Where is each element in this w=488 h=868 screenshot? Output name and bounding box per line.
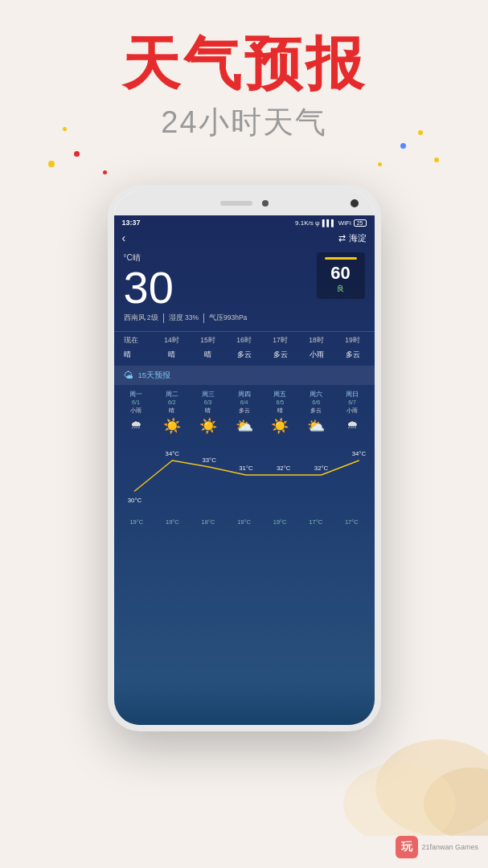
main-title: 天气预报 [0, 32, 488, 96]
svg-text:30°C: 30°C [127, 497, 141, 504]
status-icons: 9.1K/s ψ ▌▌▌ WiFi 25 [295, 219, 366, 227]
day-cond-2: 晴 [191, 407, 225, 415]
app-screen: 13:37 9.1K/s ψ ▌▌▌ WiFi 25 ‹ ⇄ 海淀 °C晴 30… [114, 215, 375, 725]
forecast-day-5: 周六 6/6 多云 ⛅ [299, 390, 334, 436]
day-cond-0: 小雨 [119, 407, 154, 415]
cond-6: 多云 [341, 350, 365, 360]
forecast-day-6: 周日 6/7 小雨 🌧 [335, 390, 370, 436]
low-6: 17°C [334, 518, 370, 526]
day-date-2: 6/3 [191, 399, 225, 405]
hour-3: 16时 [232, 336, 256, 346]
day-cond-6: 小雨 [335, 407, 370, 415]
back-button[interactable]: ‹ [122, 231, 126, 244]
forecast-day-4: 周五 6/5 晴 ☀️ [263, 390, 297, 436]
day-icon-4: ☀️ [263, 417, 297, 435]
data-speed: 9.1K/s ψ [295, 219, 320, 227]
day-date-5: 6/6 [299, 399, 334, 405]
decor-dot [48, 161, 55, 167]
decor-dot [400, 143, 406, 149]
day-icon-6: 🌧 [335, 418, 370, 431]
day-name-3: 周四 [227, 390, 261, 399]
low-5: 17°C [297, 518, 334, 526]
phone-camera [351, 199, 359, 207]
day-icon-1: ☀️ [154, 417, 189, 435]
day-date-6: 6/7 [335, 399, 370, 405]
bottom-gradient [114, 677, 375, 725]
svg-point-1 [424, 768, 488, 836]
svg-text:31°C: 31°C [239, 465, 253, 472]
wind-info: 西南风 2级 [124, 313, 164, 323]
low-4: 19°C [262, 518, 298, 526]
aqi-bar [325, 257, 357, 260]
forecast-header: 🌤 15天预报 [114, 366, 375, 385]
day-icon-3: ⛅ [227, 417, 261, 435]
aqi-value: 60 [325, 263, 357, 284]
forecast-icon: 🌤 [124, 370, 133, 381]
temp-chart-svg: 30°C 34°C 33°C 31°C 32°C 32°C 34°C [119, 436, 370, 517]
day-name-4: 周五 [263, 390, 297, 399]
day-date-4: 6/5 [263, 399, 297, 405]
decor-dot [378, 162, 382, 166]
cond-4: 多云 [269, 350, 293, 360]
day-name-6: 周日 [335, 390, 370, 399]
low-3: 19°C [226, 518, 262, 526]
day-date-3: 6/4 [227, 399, 261, 405]
svg-text:34°C: 34°C [165, 450, 179, 457]
hourly-section: 现在 14时 15时 16时 17时 18时 19时 晴 晴 晴 多云 多云 小… [114, 331, 375, 362]
temperature-display: 30 [124, 265, 252, 310]
svg-point-0 [375, 739, 488, 836]
day-cond-5: 多云 [299, 407, 334, 415]
svg-point-2 [343, 764, 456, 836]
status-bar: 13:37 9.1K/s ψ ▌▌▌ WiFi 25 [114, 215, 375, 230]
svg-text:32°C: 32°C [277, 465, 291, 472]
hour-2: 15时 [196, 336, 220, 346]
wifi-icon: WiFi [338, 219, 351, 227]
cond-0: 晴 [124, 350, 148, 360]
forecast-title: 15天预报 [138, 371, 171, 381]
low-0: 19°C [119, 518, 155, 526]
day-cond-4: 晴 [263, 407, 297, 415]
aqi-label: 良 [325, 284, 357, 294]
day-date-0: 6/1 [119, 399, 154, 405]
aqi-box: 60 良 [317, 252, 365, 299]
day-date-1: 6/2 [154, 399, 189, 405]
watermark-icon: 玩 [396, 836, 418, 858]
location-switch-icon: ⇄ [338, 233, 346, 244]
signal-bars: ▌▌▌ [322, 219, 336, 227]
humidity-info: 湿度 33% [169, 313, 204, 323]
hour-0: 现在 [124, 336, 148, 346]
low-1: 19°C [154, 518, 191, 526]
cond-5: 小雨 [305, 350, 329, 360]
decor-dot [103, 170, 107, 174]
forecast-day-1: 周二 6/2 晴 ☀️ [154, 390, 189, 436]
day-icon-5: ⛅ [299, 417, 334, 435]
day-cond-3: 多云 [227, 407, 261, 415]
temp-section: °C晴 30 西南风 2级 湿度 33% 气压993hPa [124, 252, 252, 323]
pressure-info: 气压993hPa [209, 313, 252, 323]
phone-mockup: 13:37 9.1K/s ψ ▌▌▌ WiFi 25 ‹ ⇄ 海淀 °C晴 30… [108, 185, 381, 731]
hour-6: 19时 [341, 336, 365, 346]
low-temps: 19°C 19°C 18°C 19°C 19°C 17°C 17°C [114, 517, 375, 527]
phone-bezel [114, 191, 375, 215]
watermark-text: 21fanwan Games [421, 843, 478, 851]
weather-main: °C晴 30 西南风 2级 湿度 33% 气压993hPa 60 良 [114, 248, 375, 328]
low-2: 18°C [191, 518, 227, 526]
weather-details: 西南风 2级 湿度 33% 气压993hPa [124, 313, 252, 323]
nav-bar: ‹ ⇄ 海淀 [114, 230, 375, 248]
svg-text:33°C: 33°C [202, 457, 216, 464]
hourly-conditions: 晴 晴 晴 多云 多云 小雨 多云 [114, 348, 375, 362]
decor-dot [434, 158, 439, 162]
decor-dot [74, 151, 80, 157]
day-name-0: 周一 [119, 390, 154, 399]
day-name-1: 周二 [154, 390, 189, 399]
hour-1: 14时 [160, 336, 184, 346]
battery-icon: 25 [354, 219, 367, 227]
hour-4: 17时 [269, 336, 293, 346]
day-name-2: 周三 [191, 390, 225, 399]
day-icon-2: ☀️ [191, 417, 225, 435]
phone-speaker [220, 201, 252, 206]
cond-3: 多云 [232, 350, 256, 360]
sub-title: 24小时天气 [0, 102, 488, 143]
location-display[interactable]: ⇄ 海淀 [338, 232, 367, 244]
svg-text:32°C: 32°C [314, 465, 328, 472]
